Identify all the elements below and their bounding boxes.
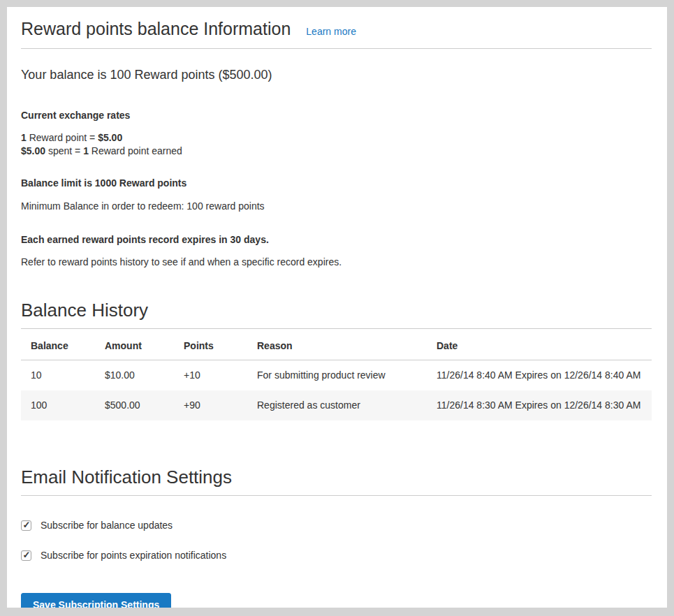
- table-header: Balance Amount Points Reason Date: [21, 329, 652, 360]
- rate1-points: 1: [21, 132, 27, 143]
- balance-limit: Balance limit is 1000 Reward points: [21, 177, 652, 189]
- rate2-amount: $5.00: [21, 145, 45, 156]
- expiry-note: Refer to reward points history to see if…: [21, 256, 652, 267]
- exchange-rate-line-1: 1 Reward point = $5.00: [21, 131, 652, 145]
- cell-date: 11/26/14 8:30 AM Expires on 12/26/14 8:3…: [427, 390, 652, 420]
- exchange-rates-heading: Current exchange rates: [21, 110, 652, 121]
- cell-reason: Registered as customer: [247, 390, 427, 420]
- rate1-amount: $5.00: [98, 132, 122, 143]
- cell-amount: $500.00: [95, 390, 174, 420]
- rate2-points: 1: [83, 145, 89, 156]
- page-background: Reward points balance Information Learn …: [0, 0, 674, 616]
- column-header-balance: Balance: [21, 329, 95, 360]
- expiry-rule: Each earned reward points record expires…: [21, 234, 652, 245]
- cell-balance: 10: [21, 360, 95, 391]
- minimum-balance: Minimum Balance in order to redeem: 100 …: [21, 200, 652, 212]
- table-header-row: Balance Amount Points Reason Date: [21, 329, 652, 360]
- rate1-text: Reward point =: [27, 132, 98, 143]
- rate2-text-2: Reward point earned: [89, 145, 182, 156]
- rate2-text-1: spent =: [45, 145, 83, 156]
- column-header-date: Date: [427, 329, 652, 360]
- page-title: Reward points balance Information: [21, 18, 291, 39]
- table-row: 10 $10.00 +10 For submitting product rev…: [21, 360, 652, 391]
- exchange-rates: 1 Reward point = $5.00 $5.00 spent = 1 R…: [21, 131, 652, 158]
- balance-updates-label: Subscribe for balance updates: [41, 520, 173, 531]
- save-subscription-button[interactable]: Save Subscription Settings: [21, 593, 171, 608]
- balance-history-heading: Balance History: [21, 300, 652, 329]
- cell-points: +10: [174, 360, 247, 391]
- reward-points-panel: Reward points balance Information Learn …: [7, 7, 667, 608]
- cell-reason: For submitting product review: [247, 360, 427, 391]
- table-row: 100 $500.00 +90 Registered as customer 1…: [21, 390, 652, 420]
- page-header: Reward points balance Information Learn …: [21, 18, 652, 49]
- table-body: 10 $10.00 +10 For submitting product rev…: [21, 360, 652, 421]
- points-expiration-checkbox[interactable]: [21, 550, 31, 561]
- cell-amount: $10.00: [95, 360, 174, 391]
- balance-history-table: Balance Amount Points Reason Date 10 $10…: [21, 329, 652, 420]
- column-header-amount: Amount: [95, 329, 174, 360]
- email-notification-heading: Email Notification Settings: [21, 467, 652, 496]
- points-expiration-label: Subscribe for points expiration notifica…: [41, 550, 226, 561]
- learn-more-link[interactable]: Learn more: [306, 26, 356, 37]
- column-header-points: Points: [174, 329, 247, 360]
- column-header-reason: Reason: [247, 329, 427, 360]
- cell-date: 11/26/14 8:40 AM Expires on 12/26/14 8:4…: [427, 360, 652, 391]
- cell-points: +90: [174, 390, 247, 420]
- balance-summary: Your balance is 100 Reward points ($500.…: [21, 68, 652, 82]
- exchange-rate-line-2: $5.00 spent = 1 Reward point earned: [21, 145, 652, 158]
- balance-updates-option: Subscribe for balance updates: [21, 520, 652, 531]
- points-expiration-option: Subscribe for points expiration notifica…: [21, 550, 652, 561]
- balance-updates-checkbox[interactable]: [21, 520, 31, 531]
- cell-balance: 100: [21, 390, 95, 420]
